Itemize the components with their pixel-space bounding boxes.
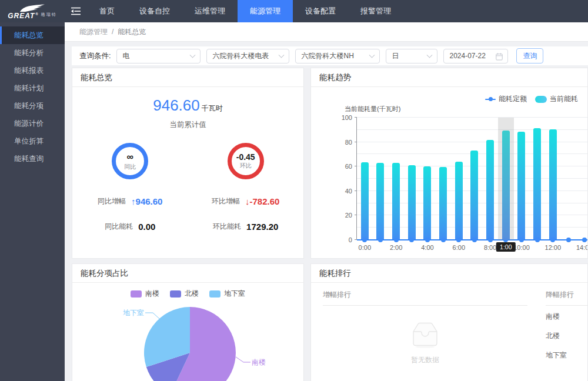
nav-item-运维管理[interactable]: 运维管理 — [182, 0, 238, 22]
yoy-growth-label: 同比增幅 — [98, 196, 126, 206]
y-axis-tick — [355, 190, 357, 191]
bar-12:00 — [549, 129, 557, 240]
rank-item-地下室: 地下室 — [546, 346, 587, 365]
panel-title: 能耗趋势 — [311, 68, 587, 87]
pie-legend-item-地下室[interactable]: 地下室 — [209, 289, 245, 299]
empty-inbox-icon — [408, 321, 442, 348]
yoy-ring-value: ∞ — [127, 151, 133, 162]
yoy-energy-label: 同比能耗 — [105, 222, 133, 232]
nav-item-设备自控[interactable]: 设备自控 — [127, 0, 182, 22]
y-axis-label: 40 — [345, 188, 352, 195]
sidebar-item-能耗总览[interactable]: 能耗总览 — [0, 26, 65, 44]
pie-legend-label: 北楼 — [185, 289, 199, 299]
ranking-body: 增幅排行 暂无数据 — [311, 283, 587, 381]
trend-chart: 0204060801000:002:004:006:008:0010:0012:… — [356, 118, 587, 240]
bar-4:00 — [423, 166, 431, 240]
decline-ranking-column: 降幅排行 南楼北楼地下室 — [546, 283, 587, 365]
axis-pointer-label: 1:00 — [496, 242, 515, 252]
empty-state: 暂无数据 — [323, 321, 527, 365]
yoy-growth-value: ↑946.60 — [131, 196, 162, 206]
main-area: 能源管理 / 能耗总览 查询条件: 电六院骨科大楼电表六院骨科大楼NH日 202… — [65, 22, 588, 381]
x-axis-label: 14:00 — [576, 244, 587, 251]
sidebar-item-能耗计划[interactable]: 能耗计划 — [0, 79, 65, 97]
pie-legend-item-南楼[interactable]: 南楼 — [131, 289, 159, 299]
brand-name: GREAT — [8, 12, 35, 19]
yoy-growth-row: 同比增幅 ↑946.60 — [98, 196, 162, 206]
yoy-energy-value: 0.00 — [138, 222, 155, 232]
quota-dot-3:00 — [409, 238, 414, 242]
pie-marker-icon — [209, 290, 220, 298]
sidebar-item-能耗查询[interactable]: 能耗查询 — [0, 150, 65, 168]
panel-energy-breakdown: 能耗分项占比 南楼北楼地下室 南楼北楼地下室 — [72, 263, 304, 381]
query-button[interactable]: 查询 — [516, 48, 543, 63]
x-axis-label: 4:00 — [421, 244, 433, 251]
pie-marker-icon — [131, 290, 142, 298]
yoy-ring: ∞ 同比 — [112, 143, 148, 179]
quota-dot-6:00 — [456, 238, 461, 242]
sidebar-item-单位折算[interactable]: 单位折算 — [0, 132, 65, 150]
sidebar-item-能耗分项[interactable]: 能耗分项 — [0, 97, 65, 115]
nav-item-首页[interactable]: 首页 — [87, 0, 127, 22]
rank-item-北楼: 北楼 — [546, 326, 587, 346]
nav-item-设备配置[interactable]: 设备配置 — [293, 0, 348, 22]
sidebar-item-能耗分析[interactable]: 能耗分析 — [0, 44, 65, 62]
mom-ring-value: -0.45 — [236, 152, 255, 162]
nav-item-能源管理[interactable]: 能源管理 — [238, 0, 293, 22]
select-value-meter: 六院骨科大楼电表 — [212, 51, 269, 61]
select-node[interactable]: 六院骨科大楼NH — [295, 49, 380, 63]
comparison-columns: ∞ 同比 同比增幅 ↑946.60 同比能耗 0.00 — [72, 143, 303, 232]
nav-item-报警管理[interactable]: 报警管理 — [348, 0, 403, 22]
total-unit: 千瓦时 — [202, 104, 223, 112]
mom-ring-label: 环比 — [240, 162, 252, 170]
x-axis-label: 2:00 — [390, 244, 402, 251]
quota-dot-7:00 — [472, 238, 477, 242]
menu-collapse-icon[interactable] — [65, 0, 87, 22]
mom-ring: -0.45 环比 — [228, 143, 264, 179]
pie-legend: 南楼北楼地下室 — [72, 289, 303, 299]
bar-10:00 — [517, 132, 525, 240]
select-value-node: 六院骨科大楼NH — [301, 51, 353, 61]
select-period[interactable]: 日 — [386, 49, 437, 63]
date-value: 2024-07-22 — [449, 52, 485, 60]
y-axis-tick — [355, 117, 357, 118]
query-selects: 电六院骨科大楼电表六院骨科大楼NH日 — [116, 49, 443, 63]
chevron-down-icon — [427, 52, 433, 58]
x-axis-label: 6:00 — [453, 244, 465, 251]
axis-pointer-shadow — [498, 118, 514, 240]
decline-ranking-list: 南楼北楼地下室 — [546, 307, 587, 365]
trend-legend: 能耗定额当前能耗 — [485, 94, 578, 104]
x-axis-label: 10:00 — [513, 244, 530, 251]
bar-11:00 — [533, 128, 541, 240]
panel-title: 能耗排行 — [311, 264, 587, 283]
divider — [323, 305, 527, 306]
date-picker[interactable]: 2024-07-22 — [443, 49, 508, 63]
sidebar-item-能源计价[interactable]: 能源计价 — [0, 115, 65, 132]
sidebar-item-能耗报表[interactable]: 能耗报表 — [0, 62, 65, 79]
select-energy-type[interactable]: 电 — [116, 49, 201, 63]
breadcrumb-parent[interactable]: 能源管理 — [79, 27, 108, 37]
pie-legend-item-北楼[interactable]: 北楼 — [170, 289, 199, 299]
panel-energy-overview: 能耗总览 946.60千瓦时 当前累计值 ∞ 同比 — [72, 68, 304, 259]
pie-body: 南楼北楼地下室 南楼北楼地下室 — [72, 283, 303, 381]
bar-2:00 — [392, 163, 400, 240]
rank-item-南楼: 南楼 — [546, 307, 587, 326]
select-meter[interactable]: 六院骨科大楼电表 — [206, 49, 289, 63]
bar-3:00 — [408, 165, 416, 240]
decline-ranking-title: 降幅排行 — [546, 290, 587, 300]
mom-energy-label: 环比能耗 — [213, 222, 241, 232]
bar-1:00 — [376, 163, 384, 240]
mom-energy-row: 环比能耗 1729.20 — [213, 222, 278, 232]
pie-label-南楼: 南楼 — [252, 358, 266, 366]
total-value: 946.60 — [153, 96, 200, 114]
query-label: 查询条件: — [79, 51, 111, 61]
legend-item-能耗定额[interactable]: 能耗定额 — [485, 94, 527, 104]
up-arrow-icon: ↑ — [131, 196, 136, 206]
legend-item-当前能耗[interactable]: 当前能耗 — [535, 94, 578, 104]
gridline — [357, 117, 587, 118]
down-arrow-icon: ↓ — [245, 196, 250, 206]
yoy-energy-row: 同比能耗 0.00 — [105, 222, 155, 232]
growth-ranking-title: 增幅排行 — [323, 290, 527, 300]
select-value-energy-type: 电 — [122, 51, 129, 61]
bar-6:00 — [455, 162, 463, 240]
mom-growth-row: 环比增幅 ↓-782.60 — [212, 196, 279, 206]
